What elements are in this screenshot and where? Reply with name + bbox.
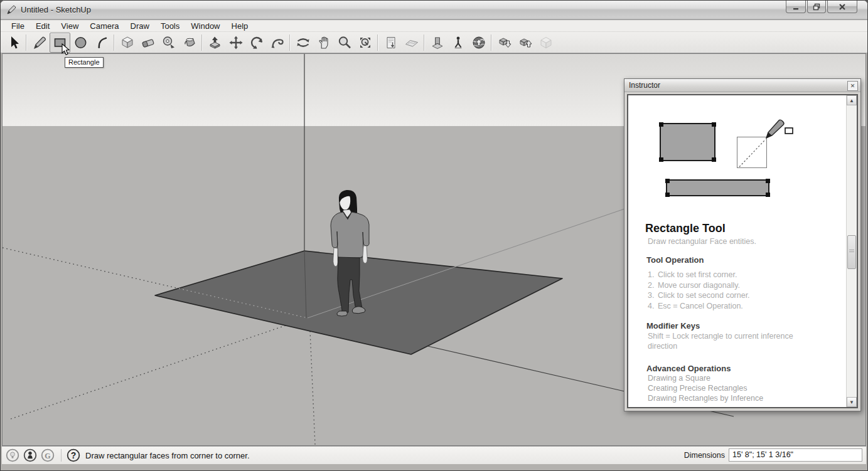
tool-operation-step: 2.Move cursor diagonally. — [648, 281, 740, 290]
illustration-rectangle-large — [660, 123, 715, 161]
toolbar-separator — [114, 34, 115, 51]
geolocation-bulb-icon[interactable] — [6, 448, 19, 462]
claim-credit-person-icon[interactable] — [23, 448, 37, 462]
instructor-subheading: Draw rectangular Face entities. — [648, 237, 756, 246]
tool-tape-measure-button[interactable] — [158, 33, 179, 53]
tool-operation-step: 1.Click to set first corner. — [648, 270, 737, 279]
tool-zoom-extents-button[interactable] — [355, 33, 375, 53]
tool-rotate-button[interactable] — [246, 33, 267, 53]
tool-get-current-view-button[interactable] — [380, 33, 401, 53]
svg-text:G: G — [45, 452, 50, 460]
tool-pan-button[interactable] — [313, 33, 334, 53]
svg-text:?: ? — [71, 450, 77, 460]
sketchup-logo-icon — [6, 5, 16, 18]
dimensions-label: Dimensions — [684, 451, 725, 460]
status-message: Draw rectangular faces from corner to co… — [85, 451, 250, 460]
toolbar — [1, 32, 867, 53]
tool-zoom-button[interactable] — [334, 33, 355, 53]
tool-paint-bucket-button[interactable] — [179, 33, 200, 53]
tool-arc-button[interactable] — [91, 33, 112, 53]
menu-window[interactable]: Window — [185, 20, 225, 32]
minimize-button[interactable] — [786, 1, 806, 13]
window-title: Untitled - SketchUp — [21, 5, 91, 14]
tool-circle-button[interactable] — [70, 33, 91, 53]
toolbar-separator — [289, 34, 291, 51]
advanced-operation-link[interactable]: Drawing a Square — [648, 374, 710, 383]
tool-line-button[interactable] — [29, 33, 50, 53]
mouse-cursor-icon — [62, 43, 70, 58]
tool-orbit-button[interactable] — [292, 33, 313, 53]
tool-eraser-button[interactable] — [137, 33, 158, 53]
scroll-down-icon[interactable]: ▼ — [847, 397, 857, 407]
toolbar-separator — [424, 34, 425, 51]
tool-share-model-button[interactable] — [515, 33, 535, 53]
tool-toggle-terrain-button[interactable] — [401, 33, 422, 53]
tool-push-pull-button[interactable] — [205, 33, 225, 53]
toolbar-separator — [201, 34, 203, 51]
toolbar-separator — [26, 34, 27, 51]
tool-select-button[interactable] — [3, 33, 24, 53]
section-modifier-keys: Modifier Keys — [646, 321, 700, 331]
section-tool-operation: Tool Operation — [646, 255, 704, 265]
menu-help[interactable]: Help — [226, 20, 254, 32]
instructor-scrollbar[interactable]: ▲ ▼ — [846, 95, 857, 407]
tool-photo-textures-button[interactable] — [427, 33, 447, 53]
menu-edit[interactable]: Edit — [30, 20, 55, 32]
toolbar-separator — [377, 34, 378, 51]
instructor-panel: Instructor ✕ — [624, 78, 861, 411]
restore-button[interactable] — [807, 1, 826, 13]
instructor-title: Instructor — [629, 81, 660, 90]
scroll-up-icon[interactable]: ▲ — [847, 95, 857, 105]
menu-draw[interactable]: Draw — [125, 20, 155, 32]
instructor-close-icon[interactable]: ✕ — [847, 81, 858, 91]
tool-position-camera-button[interactable] — [447, 33, 468, 53]
menu-camera[interactable]: Camera — [84, 20, 124, 32]
illustration-pencil-cursor-icon — [760, 117, 795, 143]
status-bar: G ? Draw rectangular faces from corner t… — [2, 446, 866, 464]
menu-bar: FileEditViewCameraDrawToolsWindowHelp — [1, 20, 867, 32]
illustration-rectangle-long — [666, 179, 769, 196]
modifier-keys-line: Shift = Lock rectangle to current infere… — [648, 332, 793, 341]
sketchup-window: Untitled - SketchUp FileEditViewCameraDr… — [0, 0, 868, 471]
modifier-keys-line: direction — [648, 342, 677, 351]
tool-move-button[interactable] — [225, 33, 246, 53]
tool-follow-me-button[interactable] — [267, 33, 287, 53]
tool-operation-step: 4.Esc = Cancel Operation. — [648, 302, 743, 310]
instructor-title-bar[interactable]: Instructor ✕ — [624, 79, 860, 92]
close-button[interactable] — [827, 1, 857, 13]
dimensions-value-box[interactable]: 15' 8"; 15' 1 3/16" — [729, 448, 862, 462]
menu-file[interactable]: File — [6, 20, 30, 32]
menu-view[interactable]: View — [55, 20, 84, 32]
tool-make-component-button[interactable] — [117, 33, 137, 53]
instructor-heading: Rectangle Tool — [645, 222, 726, 235]
advanced-operation-link[interactable]: Creating Precise Rectangles — [648, 384, 747, 393]
google-signin-icon[interactable]: G — [41, 448, 55, 462]
section-advanced-operations: Advanced Operations — [646, 364, 731, 373]
advanced-operation-link[interactable]: Drawing Rectangles by Inference — [648, 394, 763, 403]
toolbar-separator — [491, 34, 492, 51]
tool-preview-google-earth-button[interactable] — [468, 33, 489, 53]
instructor-content: Rectangle Tool Draw rectangular Face ent… — [628, 95, 847, 407]
tool-operation-step: 3.Click to set second corner. — [648, 291, 750, 300]
scrollbar-thumb[interactable] — [847, 235, 856, 269]
help-question-icon[interactable]: ? — [67, 448, 80, 462]
tool-get-models-button[interactable] — [494, 33, 515, 53]
tool-tooltip: Rectangle — [65, 57, 104, 68]
tool-share-component-button — [535, 33, 556, 53]
title-bar[interactable]: Untitled - SketchUp — [1, 1, 867, 20]
menu-tools[interactable]: Tools — [155, 20, 185, 32]
